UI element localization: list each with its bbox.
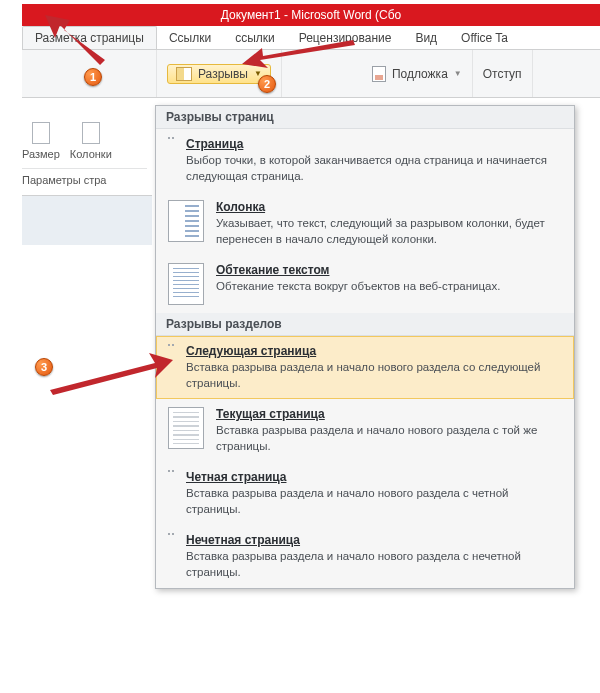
page-setup-group: Размер Колонки (22, 122, 112, 160)
break-next-page[interactable]: Следующая страница Вставка разрыва разде… (156, 336, 574, 399)
ribbon-tabs: Разметка страницы Ссылки ссылки Рецензир… (22, 26, 600, 50)
break-even-page[interactable]: Четная страница Вставка разрыва раздела … (156, 462, 574, 525)
break-column-icon (168, 200, 204, 242)
annotation-badge-2: 2 (258, 75, 276, 93)
size-button[interactable]: Размер (22, 122, 60, 160)
section-page-breaks: Разрывы страниц (156, 106, 574, 129)
watermark-button[interactable]: Подложка (392, 67, 448, 81)
break-continuous[interactable]: Текущая страница Вставка разрыва раздела… (156, 399, 574, 462)
indent-label: Отступ (483, 67, 522, 81)
break-column[interactable]: Колонка Указывает, что текст, следующий … (156, 192, 574, 255)
tab-references[interactable]: Ссылки (157, 26, 223, 49)
chevron-down-icon: ▼ (454, 69, 462, 78)
breaks-label: Разрывы (198, 67, 248, 81)
tab-mailings[interactable]: ссылки (223, 26, 287, 49)
break-odd-page[interactable]: Нечетная страница Вставка разрыва раздел… (156, 525, 574, 588)
tab-office[interactable]: Office Ta (449, 26, 520, 49)
annotation-badge-3: 3 (35, 358, 53, 376)
break-continuous-icon (168, 407, 204, 449)
columns-button[interactable]: Колонки (70, 122, 112, 160)
document-area[interactable] (22, 195, 152, 245)
break-page-icon (168, 137, 174, 139)
break-even-icon (168, 470, 174, 472)
tab-review[interactable]: Рецензирование (287, 26, 404, 49)
columns-icon (82, 122, 100, 144)
tab-view[interactable]: Вид (403, 26, 449, 49)
break-odd-icon (168, 533, 174, 535)
page-setup-caption: Параметры стра (22, 168, 147, 186)
section-section-breaks: Разрывы разделов (156, 313, 574, 336)
annotation-badge-1: 1 (84, 68, 102, 86)
page-size-icon (32, 122, 50, 144)
watermark-icon (372, 66, 386, 82)
break-wrap-icon (168, 263, 204, 305)
breaks-button[interactable]: Разрывы ▼ (167, 64, 271, 84)
window-titlebar: Документ1 - Microsoft Word (Сбо (22, 4, 600, 26)
break-page[interactable]: Страница Выбор точки, в которой заканчив… (156, 129, 574, 192)
ribbon-bar: Разрывы ▼ Подложка ▼ Отступ (22, 50, 600, 98)
breaks-dropdown: Разрывы страниц Страница Выбор точки, в … (155, 105, 575, 589)
break-next-icon (168, 344, 174, 346)
break-text-wrapping[interactable]: Обтекание текстом Обтекание текста вокру… (156, 255, 574, 313)
tab-page-layout[interactable]: Разметка страницы (22, 26, 157, 49)
breaks-icon (176, 67, 192, 81)
